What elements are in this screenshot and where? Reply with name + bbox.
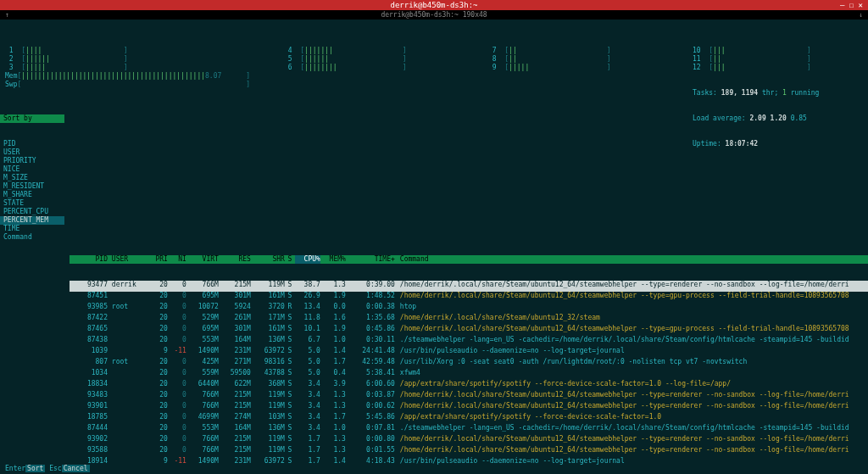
mem-meter: Mem[||||||||||||||||||||||||||||||||||||… [5, 72, 250, 81]
table-row[interactable]: 18834 2006440M622M368MS3.43.96:00.60/app… [70, 380, 868, 391]
table-row[interactable]: 1039 9-111490M231M63972S5.01.424:41.48/u… [70, 347, 868, 358]
action-sort[interactable]: Sort [25, 465, 45, 472]
cpu-meter-12: 12 [||| ] [693, 64, 863, 72]
table-row[interactable]: 93985 root2001007259243720R13.40.00:00.3… [70, 303, 868, 314]
cpu-meter-11: 11 [|| ] [693, 55, 863, 64]
table-row[interactable]: 93477 derrik200766M215M119MS38.71.30:39.… [70, 281, 868, 292]
sort-item-priority[interactable]: PRIORITY [0, 157, 64, 165]
inner-title-text: derrik@b450m-ds3h:~ 190x48 [381, 11, 487, 19]
sort-item-m_share[interactable]: M_SHARE [0, 191, 64, 199]
sort-item-command[interactable]: Command [0, 233, 64, 242]
cpu-meter-8: 8 [|| ] [488, 55, 659, 64]
key-esc: Esc [49, 465, 61, 472]
cpu-meter-5: 5 [|||||| ] [284, 55, 454, 64]
cpu-meter-10: 10 [||| ] [693, 47, 863, 55]
table-row[interactable]: 807 root200425M271M98316S5.01.742:59.48/… [70, 358, 868, 369]
window-titlebar[interactable]: derrik@b450m-ds3h:~ – ☐ ✕ [0, 0, 868, 10]
cpu-meter-9: 9 [||||| ] [488, 64, 659, 72]
table-header[interactable]: PID USERPRINIVIRTRESSHRSCPU%MEM%TIME+Com… [70, 255, 868, 264]
footer-bar: EnterSort EscCancel [0, 465, 868, 474]
table-row[interactable]: 87451 200695M301M161MS26.91.91:48.52/hom… [70, 292, 868, 303]
uptime-value: 18:07:42 [726, 140, 759, 148]
cpu-meter-6: 6 [|||||||| ] [284, 64, 454, 72]
table-row[interactable]: 93901 200766M215M119MS3.41.30:00.62/home… [70, 402, 868, 413]
sort-item-time[interactable]: TIME [0, 225, 64, 233]
cpu-meter-4: 4 [||||||| ] [284, 47, 454, 55]
sort-panel[interactable]: Sort by PIDUSERPRIORITYNICEM_SIZEM_RESID… [0, 98, 64, 259]
table-row[interactable]: 87438 200553M164M136MS6.71.00:30.11./ste… [70, 336, 868, 347]
action-cancel[interactable]: Cancel [62, 465, 90, 472]
load-label: Load average: [693, 114, 746, 122]
table-row[interactable]: 87422 200529M261M171MS11.81.61:35.68/hom… [70, 314, 868, 325]
running-count: 1 [782, 89, 787, 97]
table-row[interactable]: 18785 2004699M274M103MS3.41.75:45.86/app… [70, 413, 868, 424]
table-row[interactable]: 93902 200766M215M119MS1.71.30:00.80/home… [70, 435, 868, 446]
scroll-down-icon: ↓ [859, 10, 863, 20]
sort-item-percent_cpu[interactable]: PERCENT_CPU [0, 208, 64, 216]
cpu-meter-7: 7 [|| ] [488, 47, 659, 55]
swp-meter: Swp[ ] [5, 81, 250, 89]
cpu-meter-1: 1 [|||| ] [5, 47, 250, 55]
scroll-up-icon: ↑ [5, 10, 9, 20]
sort-item-percent_mem[interactable]: PERCENT_MEM [0, 216, 64, 225]
terminal-body[interactable]: 1 [|||| ] 2 [|||||| ] 3 [||||| ]Mem[||||… [0, 20, 868, 474]
table-row[interactable]: 1034 200559M5950043788S5.00.45:38.41xfwm… [70, 369, 868, 380]
sort-item-pid[interactable]: PID [0, 140, 64, 148]
sort-item-nice[interactable]: NICE [0, 165, 64, 174]
cpu-meter-3: 3 [||||| ] [5, 64, 250, 72]
inner-titlebar: ↑ derrik@b450m-ds3h:~ 190x48 ↓ [0, 10, 868, 20]
window-controls[interactable]: – ☐ ✕ [840, 0, 863, 10]
table-row[interactable]: 87465 200695M301M161MS10.11.90:45.86/hom… [70, 325, 868, 336]
table-row[interactable]: 93588 200766M215M119MS1.71.30:01.55/home… [70, 446, 868, 457]
threads-count: 1194 [742, 89, 758, 97]
table-row[interactable]: 93483 200766M215M119MS3.41.30:03.87/home… [70, 391, 868, 402]
window-title: derrik@b450m-ds3h:~ [391, 1, 478, 9]
tasks-label: Tasks: [693, 89, 717, 97]
sort-header: Sort by [0, 114, 64, 123]
sort-item-m_resident[interactable]: M_RESIDENT [0, 182, 64, 191]
sort-item-user[interactable]: USER [0, 148, 64, 157]
sort-item-state[interactable]: STATE [0, 199, 64, 208]
process-table[interactable]: PID USERPRINIVIRTRESSHRSCPU%MEM%TIME+Com… [70, 238, 868, 474]
key-enter: Enter [5, 465, 25, 472]
table-row[interactable]: 87444 200553M164M136MS3.41.00:07.81./ste… [70, 424, 868, 435]
uptime-label: Uptime: [693, 140, 721, 148]
cpu-meter-2: 2 [|||||| ] [5, 55, 250, 64]
tasks-count: 189, [721, 89, 737, 97]
sort-item-m_size[interactable]: M_SIZE [0, 174, 64, 182]
